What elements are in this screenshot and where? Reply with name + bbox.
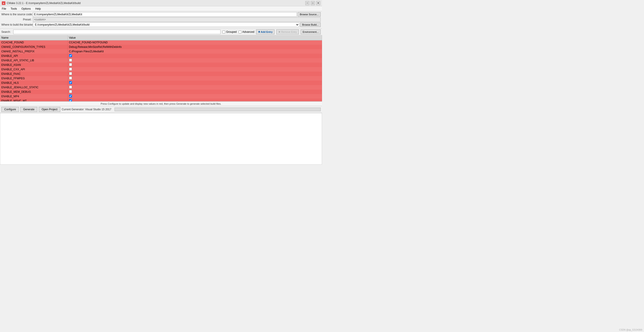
grouped-checkbox[interactable] — [222, 30, 225, 33]
table-row: ENABLE_CXX_API — [0, 67, 322, 72]
table-cell-value[interactable] — [68, 90, 322, 94]
table-cell-value[interactable] — [68, 94, 322, 99]
table-header-row: Name Value — [0, 35, 322, 40]
table-cell-name: ENABLE_FAAC — [0, 72, 68, 76]
table-cell-value: C:/Program Files/ZLMediaKit — [68, 49, 322, 54]
table-cell-name: ENABLE_ASAN — [0, 63, 68, 67]
search-label: Search: — [1, 30, 10, 33]
table-cell-name: ENABLE_MSVC_MT — [0, 99, 68, 102]
preset-input[interactable] — [33, 17, 321, 22]
table-row: ENABLE_FFMPEG — [0, 76, 322, 81]
output-area — [0, 113, 322, 165]
table-cell-value[interactable] — [68, 81, 322, 85]
table-row: ENABLE_API_STATIC_LIB — [0, 58, 322, 63]
menu-file[interactable]: File — [1, 7, 7, 10]
config-table: Name Value CCACHE_FOUNDCCACHE_FOUND-NOTF… — [0, 35, 322, 102]
table-cell-name: ENABLE_CXX_API — [0, 67, 68, 72]
menu-options[interactable]: Options — [20, 7, 32, 10]
open-project-button[interactable]: Open Project — [39, 107, 60, 112]
table-cell-checkbox[interactable] — [69, 59, 72, 62]
table-cell-name: ENABLE_FFMPEG — [0, 76, 68, 81]
grouped-label: Grouped — [226, 30, 237, 33]
browse-build-button[interactable]: Browse Build... — [300, 22, 321, 27]
search-input[interactable] — [13, 30, 220, 34]
table-cell-value[interactable] — [68, 99, 322, 102]
table-row: CCACHE_FOUNDCCACHE_FOUND-NOTFOUND — [0, 40, 322, 45]
status-bar: Press Configure to update and display ne… — [0, 102, 322, 106]
action-bar: Configure Generate Open Project Current … — [0, 106, 322, 113]
add-entry-button[interactable]: ✚ Add Entry — [256, 29, 274, 34]
table-cell-checkbox[interactable] — [69, 54, 72, 57]
window-controls: ─ □ ✕ — [305, 1, 320, 5]
browse-source-button[interactable]: Browse Source... — [298, 12, 321, 17]
form-section: Where is the source code: Browse Source.… — [0, 11, 322, 29]
progress-bar — [114, 108, 321, 111]
column-header-value: Value — [68, 35, 322, 40]
build-label: Where to build the binaries: — [1, 23, 33, 26]
table-cell-checkbox[interactable] — [69, 68, 72, 71]
status-message: Press Configure to update and display ne… — [100, 102, 221, 105]
table-row: ENABLE_MEM_DEBUG — [0, 90, 322, 94]
table-cell-checkbox[interactable] — [69, 95, 72, 98]
minimize-button[interactable]: ─ — [305, 1, 310, 5]
generate-button[interactable]: Generate — [20, 107, 37, 112]
table-cell-value: Debug;Release;MinSizeRel;RelWithDebInfo — [68, 45, 322, 49]
table-cell-name: ENABLE_JEMALLOC_STATIC — [0, 85, 68, 90]
table-cell-value[interactable] — [68, 72, 322, 76]
config-table-container: Name Value CCACHE_FOUNDCCACHE_FOUND-NOTF… — [0, 35, 322, 102]
remove-entry-button[interactable]: ✖ Remove Entry — [276, 29, 299, 34]
window-title: CMake 3.22.1 - E:/companyitem/ZLMediaKit… — [7, 1, 305, 5]
build-select[interactable]: E:/companyitem/ZLMediaKit/ZLMediaKit/bui… — [33, 22, 299, 27]
table-cell-value[interactable] — [68, 85, 322, 90]
environment-button[interactable]: Environment... — [300, 29, 321, 34]
advanced-checkbox-group: Advanced — [238, 30, 254, 33]
table-cell-checkbox[interactable] — [69, 86, 72, 89]
table-cell-checkbox[interactable] — [69, 77, 72, 80]
table-cell-value[interactable] — [68, 54, 322, 58]
preset-label: Preset: — [1, 18, 33, 21]
source-row: Where is the source code: Browse Source.… — [1, 12, 321, 17]
table-cell-value[interactable] — [68, 58, 322, 63]
menu-tools[interactable]: Tools — [10, 7, 18, 10]
table-cell-name: ENABLE_HLS — [0, 81, 68, 85]
source-label: Where is the source code: — [1, 13, 33, 16]
advanced-label: Advanced — [242, 30, 254, 33]
close-button[interactable]: ✕ — [316, 1, 320, 5]
title-bar: ▲ CMake 3.22.1 - E:/companyitem/ZLMediaK… — [0, 0, 322, 6]
table-cell-value[interactable] — [68, 76, 322, 81]
table-cell-name: ENABLE_API — [0, 54, 68, 58]
table-cell-name: CCACHE_FOUND — [0, 40, 68, 45]
source-input[interactable] — [33, 12, 297, 17]
table-cell-name: ENABLE_MEM_DEBUG — [0, 90, 68, 94]
table-row: ENABLE_JEMALLOC_STATIC — [0, 85, 322, 90]
table-cell-value: CCACHE_FOUND-NOTFOUND — [68, 40, 322, 45]
table-cell-checkbox[interactable] — [69, 81, 72, 84]
menu-bar: File Tools Options Help — [0, 6, 322, 11]
table-cell-checkbox[interactable] — [69, 90, 72, 93]
table-row: CMAKE_CONFIGURATION_TYPESDebug;Release;M… — [0, 45, 322, 49]
table-row: ENABLE_API — [0, 54, 322, 58]
generator-label: Current Generator: Visual Studio 15 2017 — [62, 108, 112, 111]
configure-button[interactable]: Configure — [1, 107, 19, 112]
preset-row: Preset: — [1, 17, 321, 22]
toolbar-row: Search: Grouped Advanced ✚ Add Entry ✖ R… — [0, 29, 322, 35]
table-row: ENABLE_MP4 — [0, 94, 322, 99]
build-row: Where to build the binaries: E:/companyi… — [1, 22, 321, 27]
advanced-checkbox[interactable] — [238, 30, 242, 33]
table-cell-checkbox[interactable] — [69, 72, 72, 75]
table-cell-checkbox[interactable] — [69, 99, 72, 102]
table-row: ENABLE_FAAC — [0, 72, 322, 76]
column-header-name: Name — [0, 35, 68, 40]
table-row: CMAKE_INSTALL_PREFIXC:/Program Files/ZLM… — [0, 49, 322, 54]
table-cell-value[interactable] — [68, 67, 322, 72]
table-cell-checkbox[interactable] — [69, 63, 72, 66]
table-row: ENABLE_HLS — [0, 81, 322, 85]
table-cell-name: CMAKE_CONFIGURATION_TYPES — [0, 45, 68, 49]
table-cell-name: ENABLE_API_STATIC_LIB — [0, 58, 68, 63]
grouped-checkbox-group: Grouped — [222, 30, 237, 33]
table-cell-value[interactable] — [68, 63, 322, 67]
table-row: ENABLE_MSVC_MT — [0, 99, 322, 102]
menu-help[interactable]: Help — [34, 7, 42, 10]
maximize-button[interactable]: □ — [311, 1, 315, 5]
table-row: ENABLE_ASAN — [0, 63, 322, 67]
